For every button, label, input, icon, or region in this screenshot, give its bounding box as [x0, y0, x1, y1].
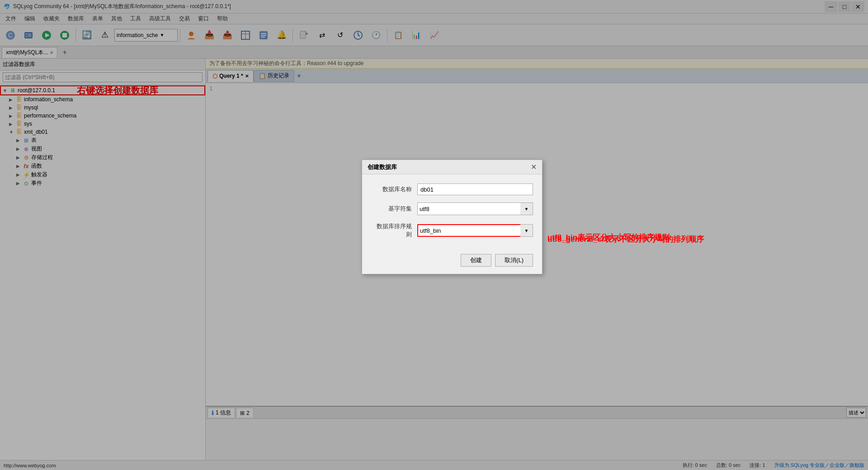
modal-header: 创建数据库 ✕	[362, 160, 542, 174]
db-name-label: 数据库名称	[371, 185, 412, 193]
create-database-modal: 创建数据库 ✕ 数据库名称 基字符集 utf8 utf8mb4 latin1 ▼	[362, 160, 542, 274]
modal-close-button[interactable]: ✕	[531, 163, 537, 171]
collation-label: 数据库排序规则	[371, 222, 412, 239]
collation-row: 数据库排序规则 utf8_bin utf8_general_ci utf8_un…	[371, 222, 533, 239]
modal-body: 数据库名称 基字符集 utf8 utf8mb4 latin1 ▼ 数据库排序规则	[362, 174, 542, 250]
charset-select[interactable]: utf8 utf8mb4 latin1	[417, 202, 520, 215]
annotation-utf8-general-ci: utf8_general_ci表示不区分大小写的排列顺序	[547, 234, 704, 244]
db-name-row: 数据库名称	[371, 183, 533, 195]
collation-select-arrow[interactable]: ▼	[520, 224, 533, 237]
charset-select-container: utf8 utf8mb4 latin1 ▼	[417, 202, 533, 215]
modal-overlay: 创建数据库 ✕ 数据库名称 基字符集 utf8 utf8mb4 latin1 ▼	[0, 0, 868, 470]
charset-select-arrow[interactable]: ▼	[520, 202, 533, 215]
annotation-utf8-bin: utf8_bin表示区分大小写的排序规则	[547, 232, 670, 243]
db-name-input[interactable]	[417, 183, 533, 195]
modal-title: 创建数据库	[368, 163, 397, 171]
collation-select-container: utf8_bin utf8_general_ci utf8_unicode_ci…	[417, 224, 533, 237]
charset-row: 基字符集 utf8 utf8mb4 latin1 ▼	[371, 202, 533, 215]
charset-label: 基字符集	[371, 205, 412, 213]
cancel-button[interactable]: 取消(L)	[495, 254, 533, 267]
collation-select[interactable]: utf8_bin utf8_general_ci utf8_unicode_ci	[417, 224, 520, 237]
create-db-button[interactable]: 创建	[461, 254, 491, 267]
modal-footer: 创建 取消(L)	[362, 250, 542, 274]
